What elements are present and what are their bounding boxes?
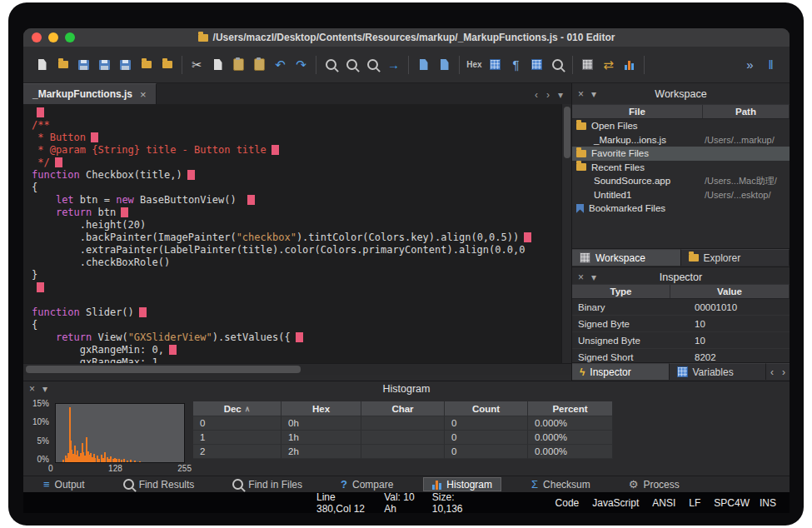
status-tab-mode[interactable]: SPC4 bbox=[714, 497, 740, 509]
bottom-tab-compare[interactable]: ?Compare bbox=[332, 477, 401, 491]
find-icon[interactable] bbox=[321, 54, 341, 76]
histogram-col-header[interactable]: Char bbox=[361, 401, 445, 416]
calculator-icon[interactable] bbox=[577, 54, 598, 76]
bottom-tab-find-results[interactable]: Find Results bbox=[115, 477, 203, 491]
hex-mode-label[interactable]: Hex bbox=[464, 54, 485, 76]
next-panel-icon[interactable]: › bbox=[778, 363, 790, 380]
histogram-table-cell: 0.000% bbox=[528, 445, 613, 459]
status-write-mode[interactable]: W bbox=[740, 497, 750, 509]
save-all-icon[interactable] bbox=[94, 54, 115, 76]
column-header-path[interactable]: Path bbox=[703, 105, 790, 118]
histogram-col-header[interactable]: Hex bbox=[281, 401, 361, 416]
status-language[interactable]: JavaScript bbox=[592, 497, 639, 509]
workspace-row[interactable]: Recent Files bbox=[572, 161, 790, 175]
recent-files-icon[interactable] bbox=[157, 54, 177, 76]
paste-icon[interactable] bbox=[228, 54, 249, 76]
workspace-row[interactable]: SoundSource.app/Users...Mac助理/ bbox=[572, 174, 790, 188]
open-folder-icon[interactable] bbox=[136, 54, 157, 76]
status-value: Val: 10 Ah bbox=[384, 491, 419, 515]
paste-special-icon[interactable] bbox=[249, 54, 270, 76]
status-insert-mode[interactable]: INS bbox=[760, 497, 776, 509]
inspector-value: 00001010 bbox=[695, 302, 737, 312]
inspector-row[interactable]: Binary00001010 bbox=[572, 299, 790, 316]
show-whitespace-icon[interactable]: ¶ bbox=[506, 54, 526, 76]
histogram-close-icon[interactable]: × bbox=[29, 383, 35, 395]
more-tools-icon[interactable]: » bbox=[740, 54, 760, 76]
histogram-tool-icon[interactable] bbox=[619, 54, 640, 76]
replace-icon[interactable] bbox=[341, 54, 362, 76]
save-icon[interactable] bbox=[73, 54, 94, 76]
status-format-group: Code JavaScript ANSI LF SPC4 bbox=[555, 497, 740, 509]
cut-icon[interactable]: ✂ bbox=[187, 54, 207, 76]
converter-icon[interactable]: ⇄ bbox=[598, 54, 619, 76]
bottom-tab-histogram[interactable]: Histogram bbox=[423, 477, 501, 491]
workspace-row[interactable]: Bookmarked Files bbox=[572, 202, 790, 216]
column-mode-icon[interactable] bbox=[526, 54, 547, 76]
histogram-table-row[interactable]: 00h00.000% bbox=[193, 416, 613, 431]
histogram-table-cell: 1 bbox=[193, 431, 281, 445]
copy-icon[interactable] bbox=[207, 54, 228, 76]
code-line: { bbox=[32, 319, 561, 331]
panel-tab-explorer[interactable]: Explorer bbox=[681, 249, 790, 266]
workspace-row[interactable]: _Markup...ions.js/Users/...markup/ bbox=[572, 133, 790, 147]
workspace-close-icon[interactable]: × bbox=[578, 88, 584, 100]
undo-icon[interactable]: ↶ bbox=[270, 54, 291, 76]
panel-tab-workspace[interactable]: Workspace bbox=[572, 249, 681, 266]
inspector-row[interactable]: Signed Short8202 bbox=[572, 349, 790, 362]
find-next-icon[interactable] bbox=[362, 54, 383, 76]
panel-tab-variables[interactable]: Variables bbox=[670, 363, 767, 380]
workspace-row[interactable]: Favorite Files bbox=[572, 147, 790, 161]
histogram-col-header[interactable]: Percent bbox=[528, 401, 613, 416]
editor-horizontal-scrollbar[interactable] bbox=[23, 363, 571, 375]
workspace-menu-icon[interactable]: ▾ bbox=[591, 88, 596, 100]
histogram-menu-icon[interactable]: ▾ bbox=[42, 383, 47, 395]
histogram-table-row[interactable]: 11h00.000% bbox=[193, 431, 613, 445]
column-header-type[interactable]: Type bbox=[572, 285, 670, 298]
hex-view-icon[interactable] bbox=[485, 54, 506, 76]
horizontal-scroll-thumb[interactable] bbox=[26, 366, 301, 373]
panel-tab-inspector[interactable]: ϟInspector bbox=[572, 363, 670, 380]
inspector-row[interactable]: Unsigned Byte10 bbox=[572, 332, 790, 349]
y-axis-label: 0% bbox=[37, 455, 49, 464]
inspector-menu-icon[interactable]: ▾ bbox=[591, 271, 596, 283]
histogram-title: Histogram bbox=[23, 383, 790, 395]
bottom-tab-checksum[interactable]: ΣChecksum bbox=[523, 477, 599, 491]
column-header-file[interactable]: File bbox=[572, 105, 703, 118]
titlebar[interactable]: /Users/maczl/Desktop/Contents/Resources/… bbox=[23, 28, 790, 47]
inspector-row[interactable]: Signed Byte10 bbox=[572, 316, 790, 332]
redo-icon[interactable]: ↷ bbox=[291, 54, 311, 76]
tab-list-icon[interactable]: ▾ bbox=[558, 89, 563, 101]
bottom-tab-process[interactable]: ⚙Process bbox=[620, 477, 688, 491]
open-file-icon[interactable] bbox=[52, 54, 73, 76]
inspector-close-icon[interactable]: × bbox=[578, 271, 584, 283]
code-line: .extraPainter(LabelPainter(title).color(… bbox=[32, 244, 561, 257]
run-template-icon[interactable] bbox=[413, 54, 434, 76]
sigma-icon: Σ bbox=[531, 479, 538, 490]
pause-icon[interactable]: ‖ bbox=[760, 54, 781, 76]
tab-markupfunctions[interactable]: _MarkupFunctions.js × bbox=[23, 83, 157, 104]
highlight-icon[interactable] bbox=[547, 54, 568, 76]
bottom-tab-find-in-files[interactable]: Find in Files bbox=[224, 477, 311, 491]
vertical-scroll-thumb[interactable] bbox=[564, 107, 570, 158]
modified-marker bbox=[91, 132, 98, 142]
prev-tab-icon[interactable]: ‹ bbox=[535, 89, 538, 101]
tab-close-icon[interactable]: × bbox=[140, 88, 147, 101]
new-file-icon[interactable] bbox=[32, 54, 52, 76]
prev-panel-icon[interactable]: ‹ bbox=[766, 363, 778, 380]
next-tab-icon[interactable]: › bbox=[546, 89, 550, 101]
goto-icon[interactable]: → bbox=[383, 54, 404, 76]
histogram-table-row[interactable]: 22h00.000% bbox=[193, 445, 613, 459]
modified-marker bbox=[169, 345, 177, 355]
workspace-row[interactable]: Untitled1/Users/...esktop/ bbox=[572, 188, 790, 202]
template-results-icon[interactable] bbox=[434, 54, 455, 76]
save-as-icon[interactable] bbox=[115, 54, 136, 76]
code-editor[interactable]: /** * Button * @param {String} title - B… bbox=[23, 104, 561, 363]
bottom-tab-output[interactable]: ≡Output bbox=[35, 477, 93, 491]
window-title-text: /Users/maczl/Desktop/Contents/Resources/… bbox=[213, 32, 615, 43]
histogram-col-header[interactable]: Count bbox=[445, 401, 528, 416]
status-linebreaks[interactable]: LF bbox=[689, 497, 700, 509]
histogram-col-header[interactable]: Dec∧ bbox=[193, 401, 281, 416]
column-header-value[interactable]: Value bbox=[670, 285, 790, 298]
workspace-row[interactable]: Open Files bbox=[572, 119, 790, 133]
status-charset[interactable]: ANSI bbox=[652, 497, 675, 509]
